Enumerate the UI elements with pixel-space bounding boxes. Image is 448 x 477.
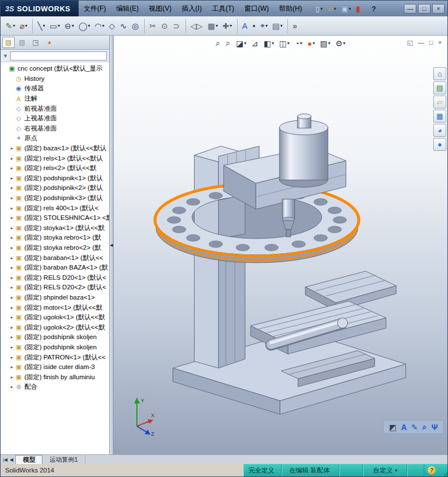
- tree-item[interactable]: ▸ ▣ (固定) iside cuter diam-3: [2, 362, 109, 372]
- tree-item[interactable]: ▸ ▣ (固定) stoyka<1> (默认<<默: [2, 223, 109, 233]
- polygon-icon[interactable]: ◇: [107, 19, 118, 33]
- expander-icon[interactable]: ▸: [9, 325, 15, 330]
- menu-item[interactable]: 编辑(E): [111, 1, 144, 16]
- move-entities-icon[interactable]: ✚▾: [220, 19, 234, 33]
- view-settings-icon[interactable]: ⚙▾: [334, 38, 347, 49]
- tree-item[interactable]: ▸ ▣ (固定) podshipnik skoljen: [2, 332, 109, 342]
- expander-icon[interactable]: ▸: [9, 196, 15, 201]
- help-icon[interactable]: ?: [372, 5, 376, 13]
- edit-appearance-icon[interactable]: ●▾: [306, 38, 316, 49]
- expander-icon[interactable]: ▸: [9, 275, 15, 280]
- spline-icon[interactable]: ∿: [118, 19, 130, 33]
- help-icon[interactable]: ?: [428, 466, 436, 474]
- save-icon[interactable]: ▣▾: [339, 3, 352, 14]
- expander-icon[interactable]: ▸: [9, 265, 15, 270]
- resources-home-icon[interactable]: ⌂: [433, 67, 446, 80]
- expander-icon[interactable]: ▸: [9, 384, 15, 389]
- expander-icon[interactable]: ▸: [9, 285, 15, 290]
- tree-item[interactable]: ▸ ▣ (固定) baza<1> (默认<<默认: [2, 144, 109, 154]
- text-icon[interactable]: A: [237, 19, 250, 33]
- view-orientation-icon[interactable]: ◧▾: [262, 38, 275, 49]
- hide-show-icon[interactable]: ◔▾: [294, 38, 303, 49]
- tree-item[interactable]: ◇ 右视基准面: [2, 124, 109, 134]
- line-icon[interactable]: ╲▾: [32, 19, 47, 33]
- menu-item[interactable]: 工具(T): [207, 1, 239, 16]
- design-library-icon[interactable]: ▤: [433, 81, 446, 94]
- tree-item[interactable]: ▸ ▣ (固定) ugolok<1> (默认<<默: [2, 313, 109, 323]
- tree-item[interactable]: ▣ cnc concept (默认<默认_显示: [2, 64, 109, 74]
- expander-icon[interactable]: ▸: [9, 215, 15, 220]
- arc-icon[interactable]: ◠▾: [92, 19, 106, 33]
- tree-item[interactable]: ▸ ▣ (固定) shpindel baza<1>: [2, 293, 109, 303]
- tree-item[interactable]: ▸ ⊚ 配合: [2, 382, 109, 392]
- tree-item[interactable]: ▸ ▣ (固定) rels<2> (默认<<默: [2, 163, 109, 174]
- tree-item[interactable]: ◇ 前视基准面: [2, 103, 109, 114]
- propertymanager-tab[interactable]: ▧: [16, 37, 28, 48]
- tree-item[interactable]: ▸ ▣ (固定) STOLESHNICA<1> <默: [2, 213, 109, 223]
- tree-item[interactable]: ▸ ▣ (固定) PATRON<1> (默认<<: [2, 352, 109, 362]
- ellipse-icon[interactable]: ◎: [130, 19, 141, 33]
- tree-item[interactable]: ▸ ▣ (固定) rels<1> (默认<<默认: [2, 153, 109, 163]
- tree-item[interactable]: ◷ History: [2, 74, 109, 84]
- tab-scroll-icon[interactable]: |◀: [3, 457, 7, 462]
- menu-item[interactable]: 窗口(W): [239, 1, 274, 16]
- assembly-model[interactable]: [114, 36, 447, 454]
- expander-icon[interactable]: ▸: [9, 245, 15, 250]
- tree-item[interactable]: ▸ ▣ (固定) rels 400<1> (默认<: [2, 203, 109, 213]
- offset-icon[interactable]: ⊃: [171, 19, 183, 33]
- tree-item[interactable]: ▸ ▣ (固定) RELS D20<2> (默认<: [2, 283, 109, 293]
- status-help[interactable]: ?: [424, 464, 439, 476]
- expander-icon[interactable]: ▸: [9, 365, 15, 370]
- expander-icon[interactable]: ▸: [9, 226, 15, 231]
- tree-item[interactable]: ⌖ 原点: [2, 133, 109, 144]
- rectangle-icon[interactable]: ▭▾: [48, 19, 62, 33]
- display-style-icon[interactable]: ◫▾: [278, 38, 290, 49]
- slot-icon[interactable]: ⊖▾: [62, 19, 76, 33]
- grid-icon[interactable]: ▤▾: [270, 19, 285, 33]
- tree-item[interactable]: ▸ ▣ (固定) motor<1> (默认<<默: [2, 302, 109, 313]
- panel-collapse-icon[interactable]: ◀: [110, 243, 113, 248]
- magnifier-icon[interactable]: ⌕: [423, 422, 427, 432]
- close-button[interactable]: ×: [432, 4, 445, 14]
- doc-maximize-icon[interactable]: □: [429, 39, 433, 46]
- expander-icon[interactable]: ▸: [9, 235, 15, 240]
- expander-icon[interactable]: ▸: [9, 206, 15, 211]
- menu-item[interactable]: 帮助(H): [274, 1, 307, 16]
- toolbar-overflow-icon[interactable]: »: [287, 19, 300, 33]
- circle-icon[interactable]: ◯▾: [76, 19, 93, 33]
- view-palette-icon[interactable]: ▦: [433, 110, 446, 123]
- tree-item[interactable]: ▸ ▣ (固定) podshipnik<1> (默认: [2, 174, 109, 184]
- file-explorer-icon[interactable]: ▱: [433, 96, 446, 109]
- expander-icon[interactable]: ▸: [9, 355, 15, 360]
- expander-icon[interactable]: ▸: [9, 295, 15, 300]
- tree-item[interactable]: ◇ 上视基准面: [2, 114, 109, 124]
- expander-icon[interactable]: ▸: [9, 315, 15, 320]
- tree-filter-input[interactable]: [10, 51, 107, 60]
- sketch-icon[interactable]: ✎▾: [3, 19, 18, 33]
- apply-scene-icon[interactable]: ▨▾: [319, 38, 331, 49]
- expander-icon[interactable]: ▸: [9, 255, 15, 261]
- chevron-down-icon[interactable]: ▾: [395, 468, 397, 473]
- microphone-icon[interactable]: Ψ: [432, 423, 438, 432]
- point-icon[interactable]: •: [250, 19, 258, 33]
- tree-item[interactable]: ▸ ▣ (固定) ugolok<2> (默认<<默: [2, 322, 109, 332]
- new-document-icon[interactable]: ▯▾: [314, 3, 324, 14]
- tree-item[interactable]: ▸ ▣ (固定) baraban BAZA<1> (默: [2, 263, 109, 273]
- tree-item[interactable]: ▸ ▣ (固定) podshipnik skoljen: [2, 342, 109, 353]
- menu-item[interactable]: 插入(I): [176, 1, 206, 16]
- smart-dimension-icon[interactable]: ⌀▾: [18, 19, 29, 33]
- expander-icon[interactable]: ▸: [9, 176, 15, 181]
- open-icon[interactable]: ▱▾: [326, 3, 338, 14]
- text-note-icon[interactable]: A: [401, 423, 407, 432]
- graphics-viewport[interactable]: ⌕ ⌕ ◪▾ ⊿ ◧▾ ◫▾ ◔▾ ●▾: [114, 36, 447, 454]
- document-tab[interactable]: 模型: [15, 455, 42, 464]
- featuremanager-tab[interactable]: ▤: [2, 37, 15, 48]
- doc-close-icon[interactable]: ×: [438, 39, 442, 46]
- ink-markup-icon[interactable]: ✎: [411, 423, 418, 432]
- expander-icon[interactable]: ▸: [9, 166, 15, 171]
- custom-properties-icon[interactable]: ●: [433, 138, 446, 151]
- panel-splitter[interactable]: ◀: [110, 36, 114, 454]
- menu-item[interactable]: 视图(V): [144, 1, 176, 16]
- tree-item[interactable]: ▸ ▣ (固定) baraban<1> (默认<<: [2, 253, 109, 263]
- trim-icon[interactable]: ✂: [144, 19, 159, 33]
